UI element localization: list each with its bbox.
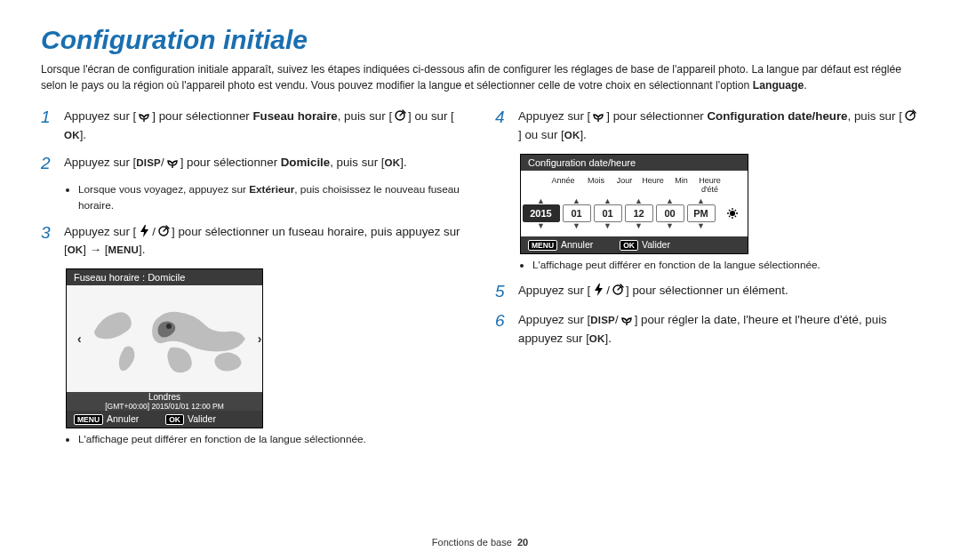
svg-point-2 <box>166 324 172 329</box>
macro-icon <box>136 108 152 122</box>
world-map <box>85 285 254 392</box>
page-title: Configuration initiale <box>41 25 919 55</box>
date-label: Mois <box>582 176 611 194</box>
step-number: 4 <box>495 108 509 144</box>
macro-icon <box>619 312 635 325</box>
date-label: Heure <box>639 176 668 194</box>
step-4: 4Appuyez sur [] pour sélectionner Config… <box>495 108 919 144</box>
ok-key: OK <box>68 243 84 259</box>
step-body: Appuyez sur [/] pour sélectionner un élé… <box>518 282 919 302</box>
menu-key: MENU <box>108 243 139 259</box>
step-body: Appuyez sur [/] pour sélectionner un fus… <box>64 223 465 260</box>
step-2: 2Appuyez sur [DISP/] pour sélectionner D… <box>41 154 465 174</box>
timezone-validate[interactable]: OKValider <box>165 413 216 425</box>
page-footer: Fonctions de base 20 <box>0 537 960 548</box>
timer-icon <box>392 108 408 122</box>
timer-icon <box>156 224 172 237</box>
step-body: Appuyez sur [DISP/] pour sélectionner Do… <box>64 154 465 174</box>
date-spinner[interactable]: ▲2015▼ <box>523 197 560 231</box>
step-body: Appuyez sur [] pour sélectionner Configu… <box>518 108 919 144</box>
prev-timezone-arrow[interactable]: ‹ <box>74 332 85 346</box>
step-1: 1Appuyez sur [] pour sélectionner Fuseau… <box>41 108 465 144</box>
step-3: 3Appuyez sur [/] pour sélectionner un fu… <box>41 223 465 260</box>
disp-key: DISP <box>136 156 161 172</box>
flash-icon <box>136 224 152 237</box>
disp-key: DISP <box>590 313 615 329</box>
datetime-cancel[interactable]: MENUAnnuler <box>528 239 593 251</box>
datetime-panel: Configuration date/heure AnnéeMoisJourHe… <box>520 154 748 254</box>
intro-text: Lorsque l'écran de configuration initial… <box>41 62 919 93</box>
step-number: 3 <box>41 223 55 260</box>
right-note: L'affichage peut différer en fonction de… <box>520 258 919 274</box>
step-6: 6Appuyez sur [DISP/] pour régler la date… <box>495 311 919 348</box>
date-label: Heure d'été <box>696 176 724 194</box>
step-number: 2 <box>41 154 55 174</box>
date-spinner[interactable]: ▲01▼ <box>563 197 591 231</box>
date-spinner[interactable]: ▲12▼ <box>625 197 653 231</box>
timer-icon <box>610 283 626 296</box>
ok-key: OK <box>589 332 605 348</box>
step-body: Appuyez sur [] pour sélectionner Fuseau … <box>64 108 465 144</box>
timer-icon <box>902 108 918 122</box>
datetime-panel-title: Configuration date/heure <box>521 155 748 171</box>
date-spinner[interactable]: ▲01▼ <box>594 197 622 231</box>
timezone-city: Londres [GMT+00:00] 2015/01/01 12:00 PM <box>67 392 262 411</box>
right-column: 4Appuyez sur [] pour sélectionner Config… <box>495 108 919 456</box>
step-5: 5Appuyez sur [/] pour sélectionner un él… <box>495 282 919 302</box>
date-spinner[interactable]: ▲00▼ <box>656 197 684 231</box>
next-timezone-arrow[interactable]: › <box>254 332 266 346</box>
step-number: 1 <box>41 108 55 144</box>
timezone-panel: Fuseau horaire : Domicile ‹ <box>66 268 263 428</box>
step-number: 6 <box>495 311 509 348</box>
step-number: 5 <box>495 282 509 302</box>
date-label: Année <box>545 176 582 194</box>
left-note: L'affichage peut différer en fonction de… <box>66 432 465 448</box>
macro-icon <box>590 108 606 122</box>
step-bullet: Lorsque vous voyagez, appuyez sur Extéri… <box>66 182 465 213</box>
dst-toggle[interactable] <box>718 197 747 231</box>
date-label: Jour <box>611 176 639 194</box>
macro-icon <box>164 155 180 168</box>
ok-key: OK <box>564 128 580 144</box>
timezone-cancel[interactable]: MENUAnnuler <box>74 413 139 425</box>
step-body: Appuyez sur [DISP/] pour régler la date,… <box>518 311 919 348</box>
timezone-panel-title: Fuseau horaire : Domicile <box>67 269 262 285</box>
date-spinner[interactable]: ▲PM▼ <box>687 197 716 231</box>
flash-icon <box>590 283 606 296</box>
date-label: Min <box>668 176 696 194</box>
datetime-validate[interactable]: OKValider <box>620 239 670 251</box>
left-column: 1Appuyez sur [] pour sélectionner Fuseau… <box>41 108 465 456</box>
ok-key: OK <box>64 128 80 144</box>
ok-key: OK <box>385 156 401 172</box>
